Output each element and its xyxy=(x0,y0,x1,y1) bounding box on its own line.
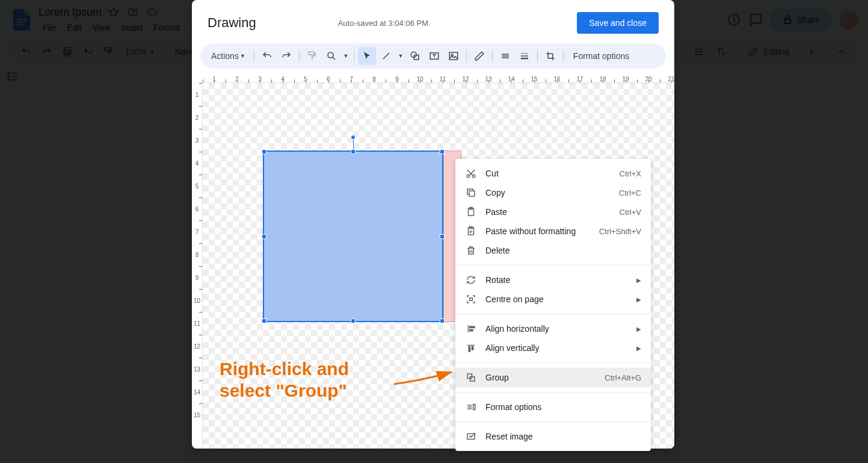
svg-rect-20 xyxy=(521,54,528,54)
ctx-rotate[interactable]: Rotate▶ xyxy=(455,270,651,290)
ctx-delete[interactable]: Delete xyxy=(455,241,651,260)
paste-plain-icon xyxy=(465,225,477,237)
svg-rect-18 xyxy=(449,52,458,60)
ctx-label: Cut xyxy=(485,169,499,178)
fill-color-icon[interactable] xyxy=(470,47,488,65)
annotation-text: Right-click and select "Group" xyxy=(220,358,349,402)
svg-point-23 xyxy=(467,175,470,178)
redo-icon[interactable] xyxy=(277,47,295,65)
svg-point-14 xyxy=(328,52,333,58)
ctx-label: Reset image xyxy=(485,432,533,441)
ctx-format-options[interactable]: Format options xyxy=(455,397,651,417)
resize-handle[interactable] xyxy=(351,149,356,154)
zoom-dropdown[interactable]: ▼ xyxy=(342,53,350,59)
actions-menu[interactable]: Actions▼ xyxy=(206,49,250,63)
ctx-copy[interactable]: CopyCtrl+C xyxy=(455,183,651,202)
select-tool-icon[interactable] xyxy=(358,47,376,65)
ctx-paste-without-formatting[interactable]: Paste without formattingCtrl+Shift+V xyxy=(455,222,651,241)
crop-icon[interactable] xyxy=(541,47,559,65)
image-tool-icon[interactable] xyxy=(445,47,463,65)
paste-icon xyxy=(465,206,477,218)
ctx-cut[interactable]: CutCtrl+X xyxy=(455,164,651,183)
ctx-label: Rotate xyxy=(485,275,510,285)
resize-handle[interactable] xyxy=(440,319,445,323)
delete-icon xyxy=(465,244,477,256)
svg-rect-33 xyxy=(469,347,470,352)
ctx-label: Copy xyxy=(485,188,505,197)
zoom-icon[interactable] xyxy=(322,47,340,65)
submenu-arrow-icon: ▶ xyxy=(636,326,641,332)
ctx-align-horizontally[interactable]: Align horizontally▶ xyxy=(455,319,651,338)
resize-handle[interactable] xyxy=(351,319,356,323)
ctx-label: Format options xyxy=(485,402,541,412)
ctx-paste[interactable]: PasteCtrl+V xyxy=(455,202,651,222)
format-icon xyxy=(465,401,477,413)
paint-format-icon[interactable] xyxy=(303,47,321,65)
format-options-button[interactable]: Format options xyxy=(567,51,635,61)
svg-point-24 xyxy=(472,175,475,178)
ctx-label: Align vertically xyxy=(485,343,539,353)
rotate-icon xyxy=(465,274,477,286)
drawing-toolbar: Actions▼ ▼ ▼ Format options xyxy=(200,43,666,69)
submenu-arrow-icon: ▶ xyxy=(636,296,641,303)
svg-rect-13 xyxy=(309,52,314,55)
vertical-ruler: 123456789101112131415 xyxy=(192,83,203,449)
resize-handle[interactable] xyxy=(440,149,445,154)
undo-icon[interactable] xyxy=(258,47,276,65)
rotate-handle[interactable] xyxy=(351,135,356,140)
submenu-arrow-icon: ▶ xyxy=(636,277,641,284)
shape-tool-icon[interactable] xyxy=(406,47,424,65)
copy-icon xyxy=(465,187,477,199)
submenu-arrow-icon: ▶ xyxy=(636,345,641,352)
save-close-button[interactable]: Save and close xyxy=(577,12,659,34)
ctx-group[interactable]: GroupCtrl+Alt+G xyxy=(455,368,651,387)
svg-rect-21 xyxy=(521,55,528,57)
svg-rect-30 xyxy=(470,298,473,301)
border-weight-icon[interactable] xyxy=(516,47,534,65)
reset-icon xyxy=(465,430,477,443)
border-color-icon[interactable] xyxy=(496,47,514,65)
autosave-status: Auto-saved at 3:04:06 PM xyxy=(338,19,428,28)
context-menu: CutCtrl+XCopyCtrl+CPasteCtrl+VPaste with… xyxy=(455,159,651,451)
ctx-label: Delete xyxy=(485,246,509,255)
ctx-centre-on-page[interactable]: Centre on page▶ xyxy=(455,290,651,309)
svg-rect-37 xyxy=(473,405,475,410)
svg-rect-22 xyxy=(521,58,528,59)
resize-handle[interactable] xyxy=(440,234,445,239)
dialog-title: Drawing xyxy=(208,15,256,31)
resize-handle[interactable] xyxy=(262,319,266,323)
ctx-align-vertically[interactable]: Align vertically▶ xyxy=(455,338,651,358)
cut-icon xyxy=(465,167,477,179)
line-tool-icon[interactable] xyxy=(377,47,395,65)
ctx-label: Paste xyxy=(485,207,507,217)
svg-rect-34 xyxy=(472,347,473,350)
svg-rect-25 xyxy=(469,191,475,196)
svg-rect-31 xyxy=(470,326,475,328)
blue-rectangle-shape-selected[interactable] xyxy=(263,151,443,322)
textbox-tool-icon[interactable] xyxy=(425,47,443,65)
align-v-icon xyxy=(465,342,477,354)
resize-handle[interactable] xyxy=(262,234,266,239)
ctx-label: Centre on page xyxy=(485,294,544,304)
ctx-label: Align horizontally xyxy=(485,324,549,334)
ctx-reset-image[interactable]: Reset image xyxy=(455,427,651,446)
svg-rect-32 xyxy=(470,330,473,331)
resize-handle[interactable] xyxy=(262,149,266,154)
annotation-arrow-icon xyxy=(391,367,457,388)
group-icon xyxy=(465,371,477,384)
align-h-icon xyxy=(465,323,477,335)
horizontal-ruler: 123456789101112131415161718192021 xyxy=(203,72,674,83)
ctx-label: Group xyxy=(485,373,509,382)
center-icon xyxy=(465,293,477,305)
line-dropdown[interactable]: ▼ xyxy=(396,53,405,59)
ctx-label: Paste without formatting xyxy=(485,226,576,236)
